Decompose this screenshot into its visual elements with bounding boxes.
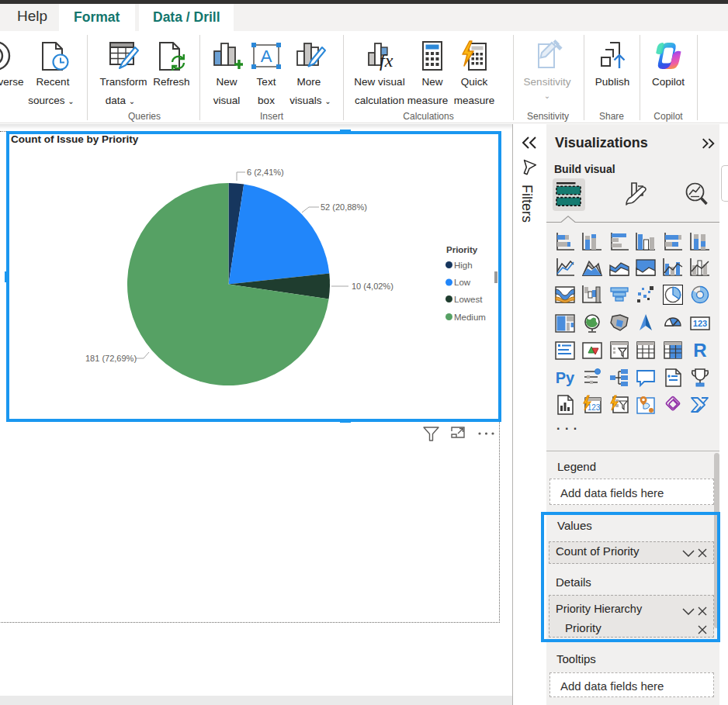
svg-text:52 (20,88%): 52 (20,88%) xyxy=(321,202,367,212)
svg-text:R: R xyxy=(693,340,706,361)
svg-text:10 (4,02%): 10 (4,02%) xyxy=(352,282,393,291)
svg-text:123: 123 xyxy=(692,319,706,328)
svg-text:6 (2,41%): 6 (2,41%) xyxy=(247,168,284,177)
svg-text:181 (72,69%): 181 (72,69%) xyxy=(85,354,137,363)
svg-text:123: 123 xyxy=(588,403,601,412)
svg-text:fx: fx xyxy=(380,50,393,71)
svg-text:Py: Py xyxy=(556,369,575,386)
svg-text:High: High xyxy=(454,261,473,270)
svg-text:A: A xyxy=(261,47,272,66)
svg-text:Lowest: Lowest xyxy=(454,295,483,304)
svg-text:Low: Low xyxy=(454,278,471,287)
svg-text:Priority: Priority xyxy=(446,245,478,254)
svg-text:Medium: Medium xyxy=(454,313,486,322)
